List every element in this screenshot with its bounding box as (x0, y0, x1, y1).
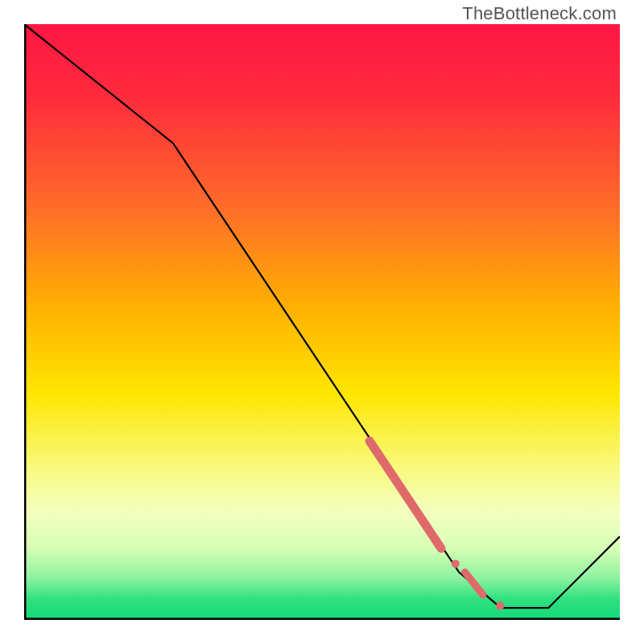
chart-svg (24, 24, 620, 620)
gradient-background (24, 24, 620, 620)
plot-area (24, 24, 620, 620)
highlight-dot (452, 559, 460, 568)
watermark-text: TheBottleneck.com (462, 3, 617, 24)
highlight-dot (496, 602, 504, 610)
chart-frame: TheBottleneck.com (0, 0, 644, 644)
